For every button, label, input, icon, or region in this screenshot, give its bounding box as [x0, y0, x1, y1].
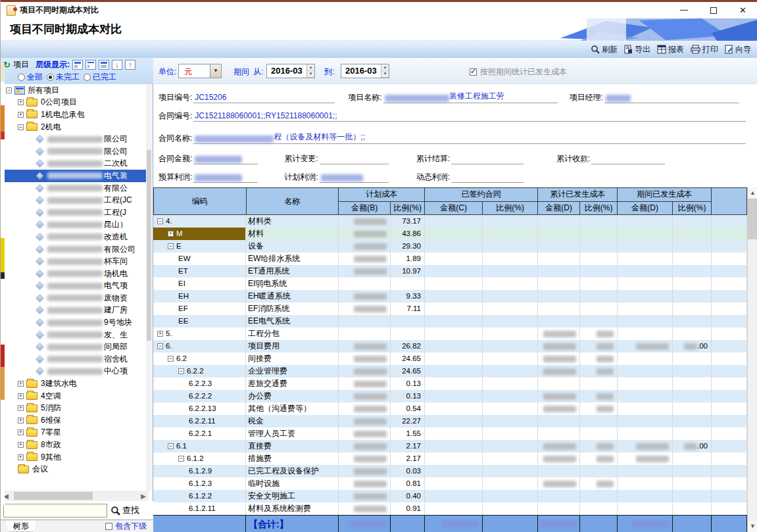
table-row[interactable]: −6.1直接费2.17.00 [153, 440, 747, 452]
tree-item[interactable]: 宿舍机 [5, 353, 146, 366]
table-row[interactable]: 6.2.2.1管理人员工资1.55 [153, 427, 747, 440]
col-header-name[interactable]: 名称 [247, 188, 339, 215]
tree-expand-toggle[interactable]: − [6, 87, 12, 93]
sub-header[interactable]: 比例(%) [673, 202, 712, 215]
tree-item[interactable]: +5消防 [5, 402, 146, 414]
filter-unfinished[interactable]: 未完工 [47, 72, 80, 83]
group-label[interactable]: 期间已发生成本 [618, 188, 712, 202]
radio-all[interactable] [18, 74, 25, 81]
tree-expand-toggle[interactable]: + [18, 405, 24, 411]
tree-item[interactable]: 中心项 [5, 366, 146, 378]
col-header-code[interactable]: 编码 [154, 188, 247, 215]
tree-item[interactable]: 会议 [5, 463, 146, 475]
maximize-button[interactable] [698, 2, 728, 18]
tree-expand-toggle[interactable]: − [18, 124, 24, 130]
from-date-spinner[interactable]: 2016-03 ▲▼ [266, 64, 315, 78]
sub-header[interactable]: 比例(%) [580, 202, 618, 215]
scroll-down-icon[interactable]: ▼ [748, 521, 757, 532]
tree-item[interactable]: 9号地块 [5, 316, 146, 329]
row-expand-toggle[interactable]: + [157, 331, 163, 337]
tree-item[interactable]: 工程(JC [5, 194, 146, 206]
spin-down-icon[interactable]: ▼ [307, 71, 314, 78]
export-button[interactable]: 导出 [624, 44, 650, 55]
tree-item[interactable]: 工程(J [5, 206, 146, 219]
table-row[interactable]: +5.工程分包 [153, 327, 747, 340]
tree-item[interactable]: 电气装 [5, 170, 146, 182]
tree-item[interactable]: 废物资 [5, 292, 146, 304]
expand-all-icon[interactable]: ↓ [112, 60, 122, 70]
table-row[interactable]: 6.1.2.9已完工程及设备保护0.03 [153, 465, 747, 477]
tree-expand-toggle[interactable]: + [18, 381, 24, 387]
scroll-right-icon[interactable]: ▶ [138, 493, 149, 500]
tree-item[interactable]: 电气项 [5, 280, 146, 293]
tree-item[interactable]: +9其他 [5, 451, 146, 464]
radio-finished[interactable] [84, 74, 91, 81]
table-row[interactable]: EFEF消防系统7.11 [153, 302, 747, 315]
tab-tree-view[interactable]: 树形 [5, 521, 37, 532]
tree-item[interactable]: +4空调 [5, 390, 146, 402]
table-row[interactable]: 6.1.2.2安全文明施工0.40 [153, 490, 747, 502]
row-expand-toggle[interactable]: − [168, 356, 174, 362]
tree-item[interactable]: +3建筑水电 [5, 377, 146, 390]
group-label[interactable]: 计划成本 [339, 188, 425, 202]
row-expand-toggle[interactable]: + [168, 231, 174, 237]
tree-expand-toggle[interactable]: + [18, 429, 24, 435]
tree-item[interactable]: 二次机 [5, 158, 146, 170]
tree-item[interactable]: 限公司 [5, 133, 146, 145]
table-row[interactable]: ETET通用系统10.97 [153, 265, 747, 278]
layout-view-icon[interactable] [72, 60, 83, 70]
period-stat-checkbox[interactable] [470, 68, 477, 76]
table-vertical-scrollbar[interactable]: ▲ ▼ [747, 187, 757, 532]
tree-item[interactable]: −所有项目 [5, 84, 146, 97]
tree-item[interactable]: 杯车间 [5, 255, 146, 268]
filter-all[interactable]: 全部 [18, 72, 43, 83]
row-expand-toggle[interactable]: − [178, 368, 184, 374]
table-row[interactable]: −4.材料类73.17 [153, 215, 747, 228]
tree-expand-toggle[interactable]: + [18, 454, 24, 460]
table-row[interactable]: 6.2.2.2办公费0.13 [153, 390, 747, 402]
include-sub-option[interactable]: 包含下级 [105, 521, 147, 532]
table-row[interactable]: −6.2.2企业管理费24.65 [153, 365, 747, 377]
tree-item[interactable]: −2机电 [5, 121, 146, 133]
spin-down-icon[interactable]: ▼ [381, 71, 389, 78]
table-row[interactable]: 6.1.2.11材料及系统检测费0.91 [153, 502, 747, 515]
table-row[interactable]: EHEH暖通系统9.33 [153, 290, 747, 302]
sub-header[interactable]: 比例(%) [483, 202, 538, 215]
tree-item[interactable]: +6维保 [5, 414, 146, 427]
tree-item[interactable]: +1机电总承包 [5, 109, 146, 121]
row-expand-toggle[interactable]: − [168, 443, 174, 449]
tree-item[interactable]: 建厂房 [5, 304, 146, 317]
close-button[interactable]: ✕ [728, 2, 757, 18]
sub-header[interactable]: 金额(D) [538, 202, 580, 215]
tree-expand-toggle[interactable]: + [18, 393, 24, 399]
sub-header[interactable]: 金额(C) [425, 202, 483, 215]
tree-expand-toggle[interactable]: + [18, 442, 24, 448]
tree-item[interactable]: 场机电 [5, 268, 146, 280]
sub-header[interactable]: 比例(%) [391, 202, 425, 215]
tree-item[interactable]: 限公司 [5, 145, 146, 158]
tree-item[interactable]: 昆山） [5, 219, 146, 231]
to-date-spinner[interactable]: 2016-03 ▲▼ [341, 64, 389, 78]
table-row[interactable]: EIEI弱电系统 [153, 278, 747, 290]
chevron-down-icon[interactable]: ▼ [210, 64, 221, 78]
report-button[interactable]: 报表 [657, 44, 684, 55]
table-row[interactable]: 6.2.2.11税金22.27 [153, 415, 747, 427]
unit-select[interactable]: 元 ▼ [178, 64, 222, 78]
radio-unfinished[interactable] [47, 74, 54, 81]
spin-up-icon[interactable]: ▲ [381, 64, 389, 71]
find-button[interactable]: 查找 [110, 504, 139, 516]
scroll-up-icon[interactable]: ▲ [748, 187, 757, 199]
tree-item[interactable]: 有限公司 [5, 243, 146, 256]
tree-item[interactable]: +8市政 [5, 439, 146, 451]
refresh-button[interactable]: 刷新 [591, 44, 618, 55]
table-row[interactable]: 6.1.2.3临时设施0.81 [153, 477, 747, 490]
minimize-button[interactable] [669, 2, 698, 18]
group-label[interactable]: 累计已发生成本 [538, 188, 618, 202]
spin-up-icon[interactable]: ▲ [307, 64, 314, 71]
print-button[interactable]: 打印 [691, 44, 718, 55]
tree-item[interactable]: 有限公 [5, 182, 146, 195]
tree-item[interactable]: 改造机 [5, 231, 146, 243]
row-expand-toggle[interactable]: − [168, 243, 174, 249]
table-row[interactable]: 6.2.2.3差旅交通费0.13 [153, 377, 747, 390]
row-expand-toggle[interactable]: − [157, 218, 163, 224]
